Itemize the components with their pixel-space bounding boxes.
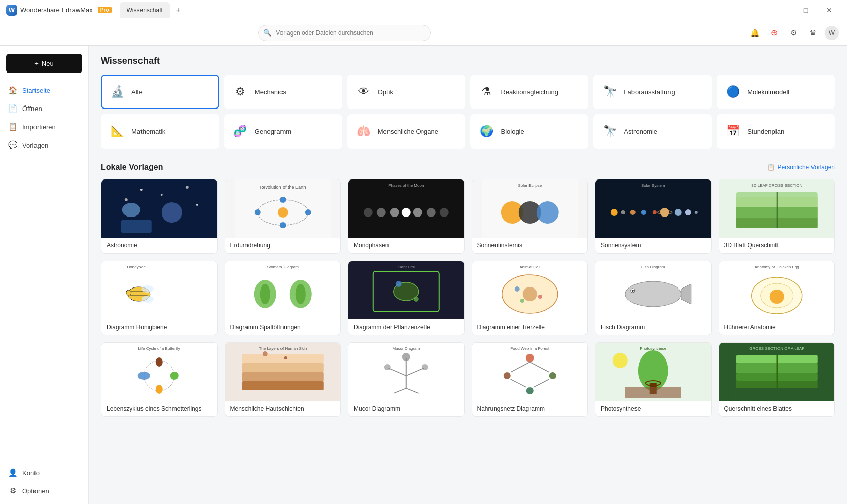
badge-icon[interactable]: ⊕ bbox=[767, 25, 782, 41]
svg-point-12 bbox=[277, 207, 288, 218]
cat-icon-astronomie: 🔭 bbox=[601, 122, 619, 140]
template-card-pflanzenzelle[interactable]: Plant Cell Diagramm der Pflanzenzelle bbox=[348, 261, 465, 335]
sidebar-item-oeffnen[interactable]: 📄Öffnen bbox=[0, 99, 88, 118]
svg-text:Revolution of the Earth: Revolution of the Earth bbox=[259, 185, 306, 190]
template-name-3d-blatt: 3D Blatt Querschnitt bbox=[719, 238, 835, 253]
template-card-mondphasen[interactable]: Phases of the Moon Mondphasen bbox=[348, 179, 465, 254]
tab-wissenschaft[interactable]: Wissenschaft bbox=[120, 2, 170, 18]
maximize-button[interactable]: □ bbox=[794, 0, 818, 20]
personal-templates-link[interactable]: 📋 Persönliche Vorlagen bbox=[767, 164, 835, 171]
svg-point-15 bbox=[254, 209, 260, 215]
svg-rect-59 bbox=[234, 261, 331, 319]
sidebar-item-optionen[interactable]: ⚙Optionen bbox=[0, 482, 88, 500]
template-name-photosynthese: Photosynthese bbox=[595, 401, 711, 416]
cat-label-reaktionsgleichung: Reaktionsgleichung bbox=[501, 88, 558, 96]
template-card-mucor[interactable]: Mucor Diagram Mucor Diagramm bbox=[348, 342, 465, 417]
template-name-tierzelle: Diagramm einer Tierzelle bbox=[472, 319, 588, 335]
search-input[interactable] bbox=[258, 25, 431, 41]
template-card-tierzelle[interactable]: Animal Cell Diagramm einer Tierzelle bbox=[472, 261, 588, 335]
svg-point-23 bbox=[413, 208, 422, 217]
template-thumb-sonnensystem: Solar System bbox=[595, 179, 711, 238]
minimize-button[interactable]: — bbox=[771, 0, 794, 20]
template-card-erdumdrehung[interactable]: Revolution of the Earth Erdumdrehung bbox=[225, 179, 341, 254]
template-thumb-schmetterling: Life Cycle of a Butterfly bbox=[101, 343, 217, 401]
close-button[interactable]: ✕ bbox=[818, 0, 841, 20]
svg-text:Life Cycle of a Butterfly: Life Cycle of a Butterfly bbox=[138, 346, 180, 351]
svg-point-107 bbox=[402, 353, 410, 361]
sidebar-icon-oeffnen: 📄 bbox=[8, 104, 17, 113]
svg-rect-130 bbox=[625, 387, 681, 398]
svg-point-37 bbox=[653, 210, 657, 214]
crown-icon[interactable]: ♛ bbox=[805, 25, 821, 41]
svg-point-58 bbox=[126, 290, 131, 295]
gear-icon[interactable]: ⚙ bbox=[786, 25, 801, 41]
sidebar-item-vorlagen[interactable]: 💬Vorlagen bbox=[0, 136, 88, 154]
svg-point-40 bbox=[675, 209, 682, 216]
template-name-huehnerei: Hühnerei Anatomie bbox=[719, 319, 835, 335]
svg-point-117 bbox=[503, 372, 510, 379]
sidebar: + Neu 🏠Startseite📄Öffnen📋Importieren💬Vor… bbox=[0, 46, 89, 504]
sidebar-item-startseite[interactable]: 🏠Startseite bbox=[0, 81, 88, 99]
template-thumb-hautschichten: The Layers of Human Skin bbox=[225, 343, 341, 401]
notification-icon[interactable]: 🔔 bbox=[748, 25, 763, 41]
template-card-sonnenfinsternis[interactable]: Solar Eclipse Sonnenfinsternis bbox=[472, 179, 588, 254]
category-card-biologie[interactable]: 🌍Biologie bbox=[470, 114, 588, 149]
template-card-astronomie[interactable]: Astronomie bbox=[101, 179, 218, 254]
template-card-sonnensystem[interactable]: Solar System Sonnensystem bbox=[595, 179, 712, 254]
category-card-mathematik[interactable]: 📐Mathematik bbox=[101, 114, 219, 149]
template-card-nahrungsnetz[interactable]: Food Web in a Forest Nahrungsnetz Diagra… bbox=[472, 342, 588, 417]
svg-point-92 bbox=[170, 372, 179, 380]
template-thumb-erdumdrehung: Revolution of the Earth bbox=[225, 179, 341, 238]
category-card-menschliche-organe[interactable]: 🫁Menschliche Organe bbox=[347, 114, 466, 149]
template-card-blatt-querschnitt[interactable]: GROSS SECTION OF A LEAF Querschnitt eine… bbox=[719, 342, 835, 417]
sidebar-icon-konto: 👤 bbox=[8, 468, 17, 477]
svg-point-25 bbox=[440, 208, 449, 217]
new-button[interactable]: + Neu bbox=[6, 54, 82, 73]
svg-point-14 bbox=[279, 197, 286, 203]
svg-text:Solar System: Solar System bbox=[641, 183, 665, 188]
svg-point-95 bbox=[156, 385, 163, 394]
svg-rect-8 bbox=[121, 220, 152, 233]
template-thumb-fisch: Fish Diagram bbox=[595, 261, 711, 319]
template-card-hautschichten[interactable]: The Layers of Human Skin Menschliche Hau… bbox=[225, 342, 341, 417]
template-card-photosynthese[interactable]: Photosynthese Photosynthese bbox=[595, 342, 712, 417]
main-content: Wissenschaft 🔬Alle⚙Mechanics👁Optik⚗Reakt… bbox=[89, 46, 847, 504]
template-card-huehnerei[interactable]: Anatomy of Chicken Egg Hühnerei Anatomie bbox=[719, 261, 835, 335]
template-name-spaltoffnungen: Diagramm Spaltöffnungen bbox=[225, 319, 341, 335]
category-card-laborausstattung[interactable]: 🔭Laborausstattung bbox=[593, 75, 712, 109]
toolbar: 🔍 🔔 ⊕ ⚙ ♛ W bbox=[0, 20, 847, 46]
category-card-astronomie[interactable]: 🔭Astronomie bbox=[593, 114, 712, 149]
cat-icon-molekulmodell: 🔵 bbox=[724, 83, 742, 101]
category-card-reaktionsgleichung[interactable]: ⚗Reaktionsgleichung bbox=[470, 75, 588, 109]
template-name-erdumdrehung: Erdumdrehung bbox=[225, 238, 341, 253]
local-templates-header: Lokale Vorlagen 📋 Persönliche Vorlagen bbox=[101, 163, 835, 172]
svg-rect-50 bbox=[111, 261, 207, 319]
template-card-3d-blatt[interactable]: 3D LEAF CROSS SECTION 3D Blatt Querschni… bbox=[719, 179, 835, 254]
sidebar-label-vorlagen: Vorlagen bbox=[22, 141, 48, 149]
svg-point-77 bbox=[520, 299, 524, 303]
category-card-mechanics[interactable]: ⚙Mechanics bbox=[224, 75, 342, 109]
cat-icon-alle: 🔬 bbox=[108, 83, 126, 101]
svg-point-102 bbox=[262, 351, 267, 356]
category-card-molekulmodell[interactable]: 🔵Molekülmodell bbox=[717, 75, 835, 109]
template-card-schmetterling[interactable]: Life Cycle of a Butterfly Lebenszyklus e… bbox=[101, 342, 218, 417]
new-tab-button[interactable]: + bbox=[172, 4, 184, 16]
sidebar-item-konto[interactable]: 👤Konto bbox=[0, 463, 88, 482]
app-logo: W Wondershare EdrawMax Pro bbox=[6, 5, 112, 16]
template-thumb-pflanzenzelle: Plant Cell bbox=[348, 261, 464, 319]
category-card-genogramm[interactable]: 🧬Genogramm bbox=[224, 114, 342, 149]
category-card-optik[interactable]: 👁Optik bbox=[347, 75, 466, 109]
template-card-spaltoffnungen[interactable]: Stomata Diagram Diagramm Spaltöffnungen bbox=[225, 261, 341, 335]
template-card-fisch[interactable]: Fish Diagram Fisch Diagramm bbox=[595, 261, 712, 335]
template-thumb-astronomie bbox=[101, 179, 217, 238]
sidebar-item-importieren[interactable]: 📋Importieren bbox=[0, 118, 88, 136]
svg-text:Honeybee: Honeybee bbox=[127, 265, 146, 269]
settings-icon[interactable]: W bbox=[825, 26, 839, 40]
template-thumb-huehnerei: Anatomy of Chicken Egg bbox=[719, 261, 835, 319]
template-name-mucor: Mucor Diagramm bbox=[348, 401, 464, 416]
sidebar-label-importieren: Importieren bbox=[22, 123, 56, 131]
template-card-honigbiene[interactable]: Honeybee Diagramm Honigbiene bbox=[101, 261, 218, 335]
category-card-alle[interactable]: 🔬Alle bbox=[101, 75, 219, 109]
svg-point-56 bbox=[142, 285, 154, 293]
category-card-stundenplan[interactable]: 📅Stundenplan bbox=[717, 114, 835, 149]
